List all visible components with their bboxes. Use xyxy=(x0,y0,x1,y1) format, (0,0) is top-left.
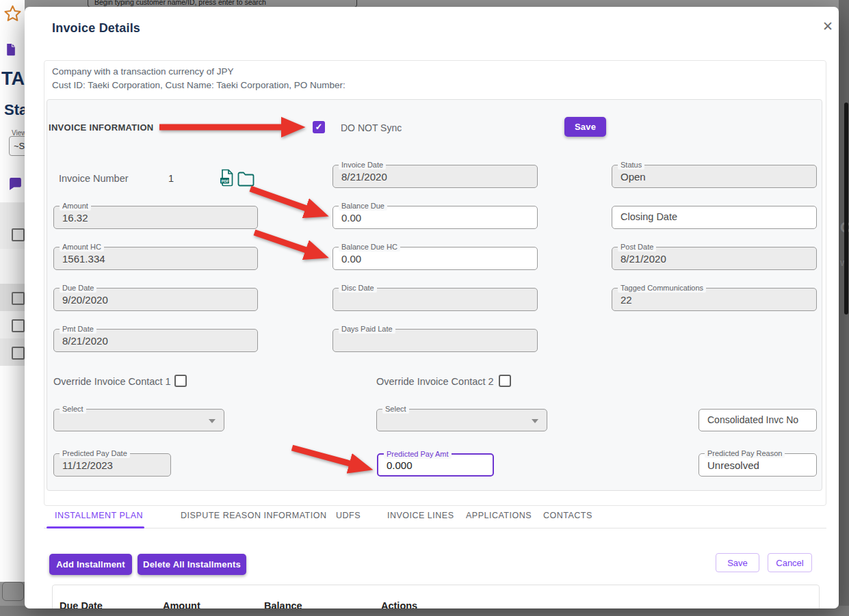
save-button[interactable]: Save xyxy=(564,117,606,137)
active-tab-indicator xyxy=(47,526,144,528)
field-value: Unresolved xyxy=(707,459,759,471)
installments-save-button[interactable]: Save xyxy=(716,553,759,572)
delete-all-installments-button[interactable]: Delete All Installments xyxy=(138,554,246,575)
svg-text:PDF: PDF xyxy=(222,179,230,183)
override-contact2-label: Override Invoice Contact 2 xyxy=(376,376,494,387)
contact1-select: Select xyxy=(53,409,224,431)
field-label: Invoice Date xyxy=(339,161,386,170)
field-label: Tagged Communications xyxy=(618,284,706,293)
status-field: Status Open xyxy=(612,165,817,188)
dropdown-caret-icon xyxy=(209,419,215,423)
invoice-number-label: Invoice Number xyxy=(59,173,129,184)
predicted-pay-reason-field[interactable]: Predicted Pay Reason Unresolved xyxy=(698,453,817,477)
field-label: Amount xyxy=(60,202,91,211)
field-label: Post Date xyxy=(618,243,656,252)
column-header: Actions xyxy=(381,600,417,608)
detail-tabs: INSTALLMENT PLAN DISPUTE REASON INFORMAT… xyxy=(44,503,826,528)
column-header: Due Date xyxy=(60,600,103,608)
tab-dispute-reason-information[interactable]: DISPUTE REASON INFORMATION xyxy=(181,503,326,528)
amount-field: Amount 16.32 xyxy=(53,206,258,229)
tab-udfs[interactable]: UDFS xyxy=(336,503,361,528)
balance-due-field[interactable]: Balance Due 0.00 xyxy=(332,206,538,229)
field-value: 0.000 xyxy=(387,459,413,471)
field-label: Due Date xyxy=(60,284,96,293)
closing-date-field[interactable]: Closing Date xyxy=(612,206,817,229)
field-label: Days Paid Late xyxy=(339,325,395,334)
field-label: Amount HC xyxy=(60,243,104,252)
background-row xyxy=(0,202,25,249)
field-label: Select xyxy=(60,405,86,414)
background-view-select: ~St xyxy=(9,136,25,156)
background-row-checkbox xyxy=(12,347,25,360)
field-value: 8/21/2020 xyxy=(341,171,387,183)
predicted-pay-date-field: Predicted Pay Date 11/12/2023 xyxy=(53,453,171,477)
invoice-date-field: Invoice Date 8/21/2020 xyxy=(332,165,538,188)
tab-applications[interactable]: APPLICATIONS xyxy=(466,503,532,528)
add-installment-button[interactable]: Add Installment xyxy=(49,554,132,575)
field-label: Predicted Pay Date xyxy=(60,449,130,458)
do-not-sync-checkbox[interactable]: ✓ xyxy=(313,121,325,133)
checkmark-icon: ✓ xyxy=(315,122,323,132)
column-header: Balance xyxy=(264,600,302,608)
override-contact2-checkbox[interactable] xyxy=(499,375,511,387)
chat-flag-icon xyxy=(8,176,23,191)
override-contact1-checkbox[interactable] xyxy=(174,375,187,387)
pdf-file-icon[interactable]: PDF xyxy=(220,169,235,187)
field-label: Select xyxy=(382,405,409,414)
field-value: 22 xyxy=(621,294,632,306)
background-left-panel: TAE Sta View ~St xyxy=(0,0,25,582)
due-date-field: Due Date 9/20/2020 xyxy=(53,288,258,311)
favorite-star-icon[interactable] xyxy=(3,4,22,23)
background-row-checkbox xyxy=(12,319,25,332)
installments-table: Due Date Amount Balance Actions xyxy=(52,585,820,608)
field-value: 0.00 xyxy=(341,253,361,265)
background-row xyxy=(0,249,25,284)
days-paid-late-field: Days Paid Late xyxy=(332,329,538,352)
predicted-pay-amt-field[interactable]: Predicted Pay Amt 0.000 xyxy=(377,453,494,477)
consolidated-invc-no-field[interactable]: Consolidated Invc No xyxy=(698,409,817,431)
post-date-field: Post Date 8/21/2020 xyxy=(612,247,817,270)
field-placeholder: Closing Date xyxy=(621,211,677,222)
field-label: Predicted Pay Reason xyxy=(705,449,785,458)
contact2-select: Select xyxy=(376,409,547,431)
document-icon[interactable] xyxy=(5,43,16,56)
balance-due-hc-field[interactable]: Balance Due HC 0.00 xyxy=(332,247,538,270)
pmt-date-field: Pmt Date 8/21/2020 xyxy=(53,329,258,352)
tab-installment-plan[interactable]: INSTALLMENT PLAN xyxy=(55,503,143,528)
tab-invoice-lines[interactable]: INVOICE LINES xyxy=(387,503,454,528)
disc-date-field: Disc Date xyxy=(332,288,538,311)
section-title: INVOICE INFORMATION xyxy=(49,122,154,133)
screen: Begin typing customer name/ID, press ent… xyxy=(0,0,849,616)
customer-info-text: Cust ID: Taeki Corporation, Cust Name: T… xyxy=(52,80,345,90)
column-header: Amount xyxy=(163,600,200,608)
folder-icon[interactable] xyxy=(237,171,255,187)
company-currency-text: Company with a transaction currency of J… xyxy=(52,66,234,77)
field-value: 1561.334 xyxy=(62,253,105,265)
field-label: Status xyxy=(618,161,644,170)
dropdown-caret-icon xyxy=(532,419,538,423)
field-label: Disc Date xyxy=(339,284,377,293)
close-icon[interactable]: ✕ xyxy=(822,19,833,34)
field-label: Balance Due xyxy=(339,202,387,211)
tagged-communications-field: Tagged Communications 22 xyxy=(612,288,817,311)
field-value: 0.00 xyxy=(341,212,361,224)
override-contact1-label: Override Invoice Contact 1 xyxy=(53,376,171,387)
field-label: Predicted Pay Amt xyxy=(384,450,452,459)
field-value: 11/12/2023 xyxy=(62,459,113,471)
background-heading-text: Sta xyxy=(4,101,25,119)
do-not-sync-label: DO NOT Sync xyxy=(341,122,402,133)
field-value: 8/21/2020 xyxy=(62,335,108,347)
tab-contacts[interactable]: CONTACTS xyxy=(543,503,592,528)
field-label: Pmt Date xyxy=(60,325,96,334)
installments-cancel-button[interactable]: Cancel xyxy=(768,553,812,572)
background-row-checkbox xyxy=(12,292,25,305)
dialog-title: Invoice Details xyxy=(52,21,140,36)
field-label: Balance Due HC xyxy=(339,243,400,252)
invoice-number-value: 1 xyxy=(168,173,174,184)
background-view-value: ~St xyxy=(14,141,25,151)
background-brand-text: TAE xyxy=(1,68,25,90)
field-value: 16.32 xyxy=(62,212,88,224)
field-placeholder: Consolidated Invc No xyxy=(707,414,798,425)
amount-hc-field: Amount HC 1561.334 xyxy=(53,247,258,270)
background-row-checkbox xyxy=(12,228,25,241)
